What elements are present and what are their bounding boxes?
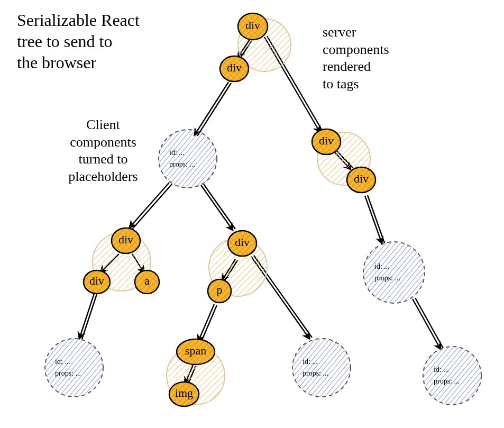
node-label: div: [354, 172, 369, 185]
svg-point-35: [292, 339, 351, 397]
placeholder-id-label: id: ...: [434, 366, 449, 374]
node-label: div: [227, 61, 242, 74]
node-label: div: [89, 274, 104, 287]
placeholder-props-label: props: ...: [434, 377, 460, 385]
node-label: div: [319, 134, 334, 147]
tag-node-root: div: [238, 13, 268, 40]
tag-node-div-2: div: [220, 56, 249, 81]
placeholder-node-right: id: ... props: ...: [363, 242, 425, 303]
node-label: img: [175, 386, 193, 399]
svg-point-36: [45, 339, 103, 397]
placeholder-node-bottom-left: id: ... props: ...: [45, 339, 103, 397]
placeholder-id-label: id: ...: [374, 262, 390, 270]
edges: [79, 36, 443, 385]
placeholder-id-label: id: ...: [55, 358, 70, 366]
placeholder-props-label: props: ...: [374, 274, 400, 282]
placeholder-id-label: id: ...: [303, 358, 318, 366]
placeholder-node-top: id: ... props: ...: [159, 130, 217, 188]
node-label: div: [245, 19, 260, 32]
placeholder-id-label: id: ...: [169, 149, 185, 157]
svg-point-32: [159, 130, 217, 188]
diagram-canvas: div div div div div div: [0, 0, 504, 428]
node-label: p: [217, 283, 223, 296]
svg-point-33: [363, 242, 425, 303]
placeholder-props-label: props: ...: [303, 369, 328, 377]
placeholder-node-far-right: id: ... props: ...: [423, 347, 481, 405]
node-label: div: [118, 233, 133, 246]
placeholder-node-middle: id: ... props: ...: [292, 339, 351, 397]
node-label: span: [185, 344, 206, 357]
placeholder-props-label: props: ...: [169, 160, 195, 168]
svg-point-34: [423, 347, 481, 405]
tag-node-span: span: [177, 339, 215, 365]
tag-node-mid-div: div: [228, 231, 256, 256]
node-label: a: [144, 274, 150, 287]
node-label: div: [235, 235, 250, 249]
tag-node-left-div-child: div: [84, 270, 110, 294]
tag-node-left-div: div: [112, 228, 140, 253]
tag-node-a: a: [135, 270, 159, 294]
tag-node-img: img: [169, 382, 199, 406]
tag-node-right-div-1: div: [312, 129, 341, 154]
tag-node-right-div-2: div: [347, 167, 375, 193]
tag-node-p: p: [208, 279, 231, 303]
placeholder-props-label: props: ...: [55, 369, 81, 377]
